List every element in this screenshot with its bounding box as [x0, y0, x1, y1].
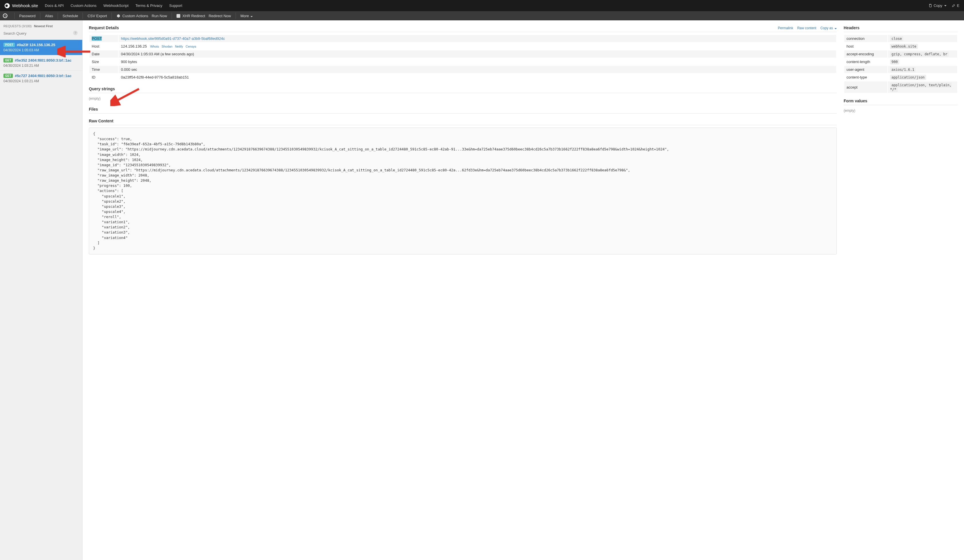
method-badge: POST: [92, 36, 102, 41]
header-row: connectionclose: [844, 35, 957, 42]
form-title: Form values: [843, 99, 867, 103]
copy-menu[interactable]: Copy: [928, 3, 946, 8]
search-input[interactable]: [3, 30, 79, 37]
request-item[interactable]: GET#5e352 2404:f801:8050:3:bf::1ac04/30/…: [0, 55, 82, 70]
gear-icon: [116, 14, 120, 18]
svg-rect-0: [929, 5, 931, 7]
request-hash: #0a23f 124.156.136.25: [16, 43, 55, 47]
request-url[interactable]: https://webhook.site/995d0a91-d737-40a7-…: [121, 36, 225, 41]
header-row: content-typeapplication/json: [844, 74, 957, 81]
edit-label: E: [957, 3, 959, 8]
header-key: user-agent: [844, 66, 887, 73]
header-value: close: [888, 35, 957, 42]
edit-icon: [952, 4, 956, 7]
search-wrapper: ?: [0, 30, 82, 39]
query-empty: (empty): [89, 95, 837, 102]
permalink-link[interactable]: Permalink: [778, 26, 793, 30]
nav-support[interactable]: Support: [169, 3, 182, 8]
header-value: 900: [888, 58, 957, 65]
header-value: webhook.site: [888, 43, 957, 50]
separator: [14, 13, 15, 19]
request-ts: 04/30/2024 1:05:03 AM: [3, 48, 79, 52]
request-ts: 04/30/2024 1:03:21 AM: [3, 79, 79, 83]
header-key: connection: [844, 35, 887, 42]
header-key: accept-encoding: [844, 50, 887, 58]
host-value: 124.156.136.25: [121, 44, 147, 49]
header-key: content-length: [844, 58, 887, 65]
copy-as-menu[interactable]: Copy as: [821, 26, 837, 30]
headers-title: Headers: [843, 26, 860, 30]
header-row: content-length900: [844, 58, 957, 65]
whois-link[interactable]: Whois: [150, 45, 159, 48]
header-value: application/json, text/plain, */*: [888, 81, 957, 93]
form-values-section: Form values (empty): [843, 99, 958, 114]
toolbar-more[interactable]: More: [239, 14, 254, 18]
query-strings-section: Query strings (empty): [89, 86, 837, 102]
nav-docs[interactable]: Docs & API: [45, 3, 64, 8]
edit-menu[interactable]: E: [952, 3, 959, 8]
time-value: 0.000 sec: [119, 66, 836, 73]
query-title: Query strings: [89, 86, 115, 91]
censys-link[interactable]: Censys: [186, 45, 196, 48]
request-item[interactable]: GET#5c727 2404:f801:8050:3:bf::1ac04/30/…: [0, 70, 82, 86]
request-counter: REQUESTS (3/100): [3, 24, 31, 28]
raw-content-link[interactable]: Raw content: [797, 26, 816, 30]
main-content: Request Details Permalink Raw content Co…: [83, 20, 964, 560]
id-label: ID: [90, 74, 118, 81]
toolbar-csv[interactable]: CSV Export: [86, 14, 109, 18]
nav-custom-actions[interactable]: Custom Actions: [70, 3, 96, 8]
clock-icon[interactable]: [3, 13, 7, 18]
toolbar-custom-actions[interactable]: Custom Actions: [115, 14, 150, 18]
header-value: gzip, compress, deflate, br: [888, 50, 957, 58]
id-value: 0a23ff54-62f8-44ed-9776-5c5a818ab151: [119, 74, 836, 81]
topnav-links: Docs & API Custom Actions WebhookScript …: [45, 3, 182, 8]
sidebar-header: REQUESTS (3/100) Newest First: [0, 20, 82, 30]
date-value: 04/30/2024 1:05:03 AM (a few seconds ago…: [119, 50, 836, 58]
headers-table: connectionclosehostwebhook.siteaccept-en…: [843, 34, 958, 93]
toolbar-password[interactable]: Password: [18, 14, 37, 18]
copy-label: Copy: [934, 3, 942, 8]
toolbar-schedule[interactable]: Schedule: [61, 14, 80, 18]
raw-title: Raw Content: [89, 119, 114, 123]
files-section: Files: [89, 107, 837, 114]
host-links: Whois Shodan Netify Censys: [150, 45, 198, 48]
header-key: content-type: [844, 74, 887, 81]
toolbar-redirect-now[interactable]: Redirect Now: [207, 14, 233, 18]
nav-webhookscript[interactable]: WebhookScript: [103, 3, 129, 8]
request-item[interactable]: POST#0a23f 124.156.136.2504/30/2024 1:05…: [0, 39, 82, 55]
caret-icon: [251, 16, 253, 17]
request-details-section: Request Details Permalink Raw content Co…: [89, 26, 837, 81]
sort-toggle[interactable]: Newest First: [34, 24, 52, 28]
host-label: Host: [90, 43, 118, 50]
top-nav: Webhook.site Docs & API Custom Actions W…: [0, 0, 964, 11]
headers-section: Headers connectionclosehostwebhook.sitea…: [843, 26, 958, 93]
caret-icon: [834, 28, 837, 29]
brand[interactable]: Webhook.site: [5, 3, 38, 8]
help-icon[interactable]: ?: [73, 31, 78, 35]
raw-content-section: Raw Content { "success": true, "task_id"…: [89, 119, 837, 254]
method-badge: GET: [3, 58, 13, 62]
toolbar: Password Alias Schedule CSV Export Custo…: [0, 11, 964, 20]
request-hash: #5e352 2404:f801:8050:3:bf::1ac: [15, 58, 72, 62]
xhr-icon: [176, 14, 180, 18]
toolbar-alias[interactable]: Alias: [43, 14, 55, 18]
header-key: host: [844, 43, 887, 50]
toolbar-run-now[interactable]: Run Now: [150, 14, 168, 18]
header-value: axios/1.6.1: [888, 66, 957, 73]
request-hash: #5c727 2404:f801:8050:3:bf::1ac: [15, 74, 72, 78]
raw-content-body[interactable]: { "success": true, "task_id": "f6e39eaf-…: [89, 127, 837, 254]
toolbar-xhr[interactable]: XHR Redirect: [175, 14, 207, 18]
caret-icon: [944, 5, 946, 6]
shodan-link[interactable]: Shodan: [161, 45, 173, 48]
netify-link[interactable]: Netify: [175, 45, 183, 48]
header-value: application/json: [888, 74, 957, 81]
method-badge: GET: [3, 74, 13, 78]
request-details-title: Request Details: [89, 26, 119, 30]
nav-terms[interactable]: Terms & Privacy: [135, 3, 163, 8]
header-row: user-agentaxios/1.6.1: [844, 66, 957, 73]
header-row: hostwebhook.site: [844, 43, 957, 50]
files-title: Files: [89, 107, 98, 111]
details-table: POST https://webhook.site/995d0a91-d737-…: [89, 34, 837, 81]
request-ts: 04/30/2024 1:03:21 AM: [3, 63, 79, 68]
header-key: accept: [844, 81, 887, 93]
